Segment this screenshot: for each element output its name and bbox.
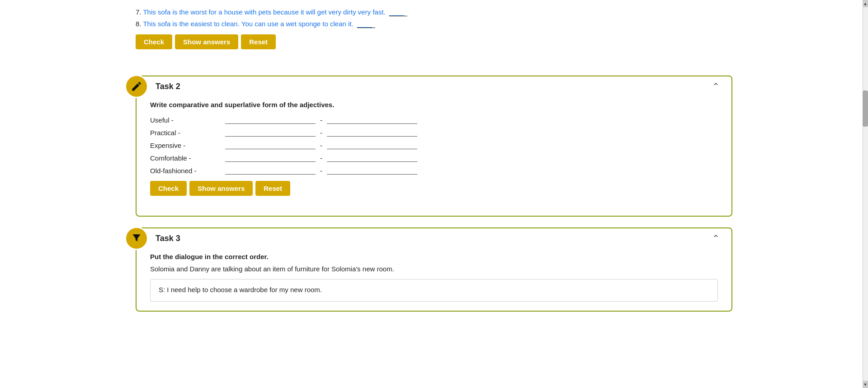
practical-comparative-input[interactable] [225,128,316,137]
sentence-8-blank: ____ [357,20,375,28]
task2-header[interactable]: Task 2 ⌃ [137,76,731,96]
expensive-comparative-input[interactable] [225,141,316,149]
task2-reset-button[interactable]: Reset [255,181,290,196]
task2-btn-row: Check Show answers Reset [150,181,718,196]
old-fashioned-comparative-input[interactable] [225,166,316,175]
task3-icon-circle [125,227,148,250]
old-fashioned-dash: - [320,167,322,175]
task3-instruction: Put the dialogue in the correct order. [150,253,718,260]
top-reset-button[interactable]: Reset [241,34,276,49]
task3-context: Solomia and Danny are talking about an i… [150,265,718,273]
practical-dash: - [320,129,322,137]
sentence-7-text: This sofa is the worst for a house with … [143,8,385,16]
task3-dialogue-box: S: I need help to choose a wardrobe for … [150,279,718,302]
sentences-section: 7. This sofa is the worst for a house wi… [136,0,732,67]
task3-header[interactable]: Task 3 ⌃ [137,228,731,248]
task3-title: Task 3 [156,234,712,243]
task3-collapse-icon[interactable]: ⌃ [712,233,720,244]
practical-superlative-input[interactable] [327,128,417,137]
adjective-label-comfortable: Comfortable - [150,154,222,162]
task2-show-answers-button[interactable]: Show answers [189,181,253,196]
scrollbar-arrow-up[interactable]: ▲ [863,0,868,7]
filter-icon [131,232,142,244]
sentence-8: 8. This sofa is the easiest to clean. Yo… [136,20,732,28]
page-wrapper: 7. This sofa is the worst for a house wi… [108,0,760,312]
useful-superlative-input[interactable] [327,116,417,124]
top-show-answers-button[interactable]: Show answers [175,34,238,49]
useful-comparative-input[interactable] [225,116,316,124]
task3-content: Put the dialogue in the correct order. S… [137,248,731,311]
scrollbar-thumb[interactable] [863,90,868,127]
comfortable-superlative-input[interactable] [327,154,417,162]
task2-title: Task 2 [156,82,712,91]
adjective-row-useful: Useful - - [150,116,718,124]
task3-dialogue-first-line: S: I need help to choose a wardrobe for … [159,286,322,293]
sentence-7-blank: ____ [389,8,407,16]
adjective-label-useful: Useful - [150,116,222,124]
task2-collapse-icon[interactable]: ⌃ [712,81,720,92]
sentence-7: 7. This sofa is the worst for a house wi… [136,8,732,16]
old-fashioned-superlative-input[interactable] [327,166,417,175]
task2-box: Task 2 ⌃ Write comparative and superlati… [136,76,732,217]
top-check-button[interactable]: Check [136,34,172,49]
sentence-8-num: 8. [136,20,142,28]
task3-box: Task 3 ⌃ Put the dialogue in the correct… [136,227,732,312]
expensive-superlative-input[interactable] [327,141,417,149]
scrollbar-arrow-down[interactable]: ▼ [863,381,868,388]
adjective-row-comfortable: Comfortable - - [150,154,718,162]
sentence-7-num: 7. [136,8,142,16]
adjective-label-expensive: Expensive - [150,142,222,149]
task2-check-button[interactable]: Check [150,181,187,196]
task2-instruction: Write comparative and superlative form o… [150,101,718,109]
expensive-dash: - [320,142,322,149]
adjective-label-old-fashioned: Old-fashioned - [150,167,222,175]
task2-content: Write comparative and superlative form o… [137,96,731,216]
sentence-8-text: This sofa is the easiest to clean. You c… [143,20,353,28]
pencil-icon [131,80,142,92]
adjective-label-practical: Practical - [150,129,222,137]
useful-dash: - [320,116,322,124]
adjective-row-expensive: Expensive - - [150,141,718,149]
task2-icon-circle [125,75,148,98]
top-btn-row: Check Show answers Reset [136,34,732,49]
scrollbar: ▲ ▼ [863,0,868,388]
adjective-row-practical: Practical - - [150,128,718,137]
comfortable-dash: - [320,154,322,162]
adjective-row-old-fashioned: Old-fashioned - - [150,166,718,175]
comfortable-comparative-input[interactable] [225,154,316,162]
